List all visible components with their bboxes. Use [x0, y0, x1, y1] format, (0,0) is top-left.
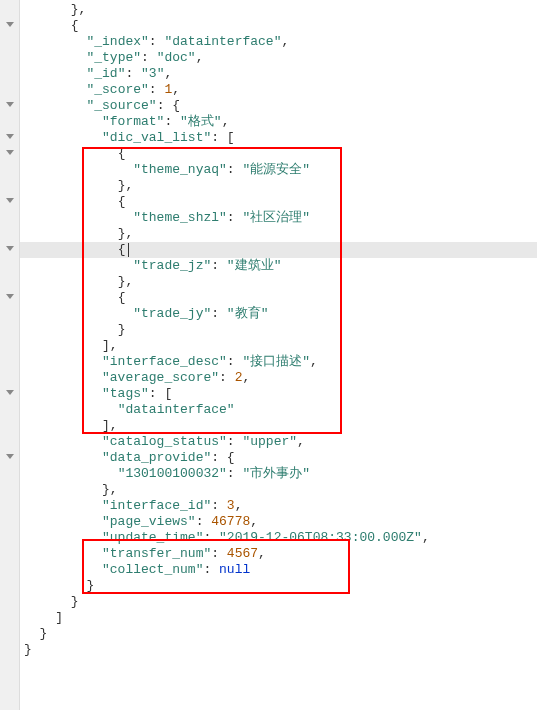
fold-handle[interactable]: [0, 480, 19, 496]
fold-handle[interactable]: [0, 32, 19, 48]
json-key: "_index": [86, 34, 148, 49]
code-line[interactable]: }: [20, 642, 537, 658]
fold-handle[interactable]: [0, 0, 19, 16]
code-line[interactable]: {: [20, 290, 537, 306]
json-value: {: [172, 98, 180, 113]
fold-handle[interactable]: [0, 304, 19, 320]
code-line[interactable]: "collect_num": null: [20, 562, 537, 578]
code-line[interactable]: "transfer_num": 4567,: [20, 546, 537, 562]
code-line[interactable]: "theme_nyaq": "能源安全": [20, 162, 537, 178]
code-line[interactable]: "data_provide": {: [20, 450, 537, 466]
fold-handle[interactable]: [0, 80, 19, 96]
fold-handle[interactable]: [0, 272, 19, 288]
json-key: "_id": [86, 66, 125, 81]
code-line[interactable]: }: [20, 578, 537, 594]
fold-handle[interactable]: [0, 224, 19, 240]
fold-handle[interactable]: [0, 368, 19, 384]
code-line[interactable]: "_type": "doc",: [20, 50, 537, 66]
code-line[interactable]: "_index": "datainterface",: [20, 34, 537, 50]
code-line[interactable]: }: [20, 322, 537, 338]
fold-handle[interactable]: [0, 576, 19, 592]
fold-handle[interactable]: [0, 592, 19, 608]
fold-handle[interactable]: [0, 16, 19, 32]
fold-handle[interactable]: [0, 432, 19, 448]
chevron-down-icon: [6, 22, 14, 27]
fold-handle[interactable]: [0, 192, 19, 208]
fold-handle[interactable]: [0, 176, 19, 192]
chevron-down-icon: [6, 246, 14, 251]
json-token: },: [102, 482, 118, 497]
code-line[interactable]: },: [20, 274, 537, 290]
fold-handle[interactable]: [0, 544, 19, 560]
code-line[interactable]: "130100100032": "市外事办": [20, 466, 537, 482]
code-line[interactable]: "theme_shzl": "社区治理": [20, 210, 537, 226]
code-line[interactable]: },: [20, 178, 537, 194]
fold-handle[interactable]: [0, 464, 19, 480]
fold-handle[interactable]: [0, 336, 19, 352]
json-token: }: [24, 642, 32, 657]
fold-handle[interactable]: [0, 416, 19, 432]
code-line[interactable]: "dic_val_list": [: [20, 130, 537, 146]
fold-handle[interactable]: [0, 560, 19, 576]
json-value: "教育": [227, 306, 269, 321]
json-key: "collect_num": [102, 562, 203, 577]
code-line[interactable]: "tags": [: [20, 386, 537, 402]
fold-handle[interactable]: [0, 112, 19, 128]
code-line[interactable]: "datainterface": [20, 402, 537, 418]
fold-handle[interactable]: [0, 160, 19, 176]
code-line[interactable]: },: [20, 482, 537, 498]
json-value: "datainterface": [164, 34, 281, 49]
fold-handle[interactable]: [0, 320, 19, 336]
fold-handle[interactable]: [0, 256, 19, 272]
json-token: },: [118, 226, 134, 241]
code-line[interactable]: {: [20, 146, 537, 162]
fold-handle[interactable]: [0, 512, 19, 528]
json-value: "upper": [242, 434, 297, 449]
code-line[interactable]: ],: [20, 418, 537, 434]
code-line[interactable]: {: [20, 242, 537, 258]
fold-handle[interactable]: [0, 208, 19, 224]
code-line[interactable]: "_score": 1,: [20, 82, 537, 98]
json-value: "能源安全": [242, 162, 310, 177]
json-token: },: [118, 178, 134, 193]
fold-handle[interactable]: [0, 48, 19, 64]
code-line[interactable]: ],: [20, 338, 537, 354]
code-line[interactable]: ]: [20, 610, 537, 626]
code-line[interactable]: {: [20, 194, 537, 210]
code-line[interactable]: }: [20, 626, 537, 642]
fold-handle[interactable]: [0, 64, 19, 80]
json-key: "theme_shzl": [133, 210, 227, 225]
json-key: "_score": [86, 82, 148, 97]
fold-handle[interactable]: [0, 240, 19, 256]
fold-handle[interactable]: [0, 640, 19, 656]
fold-handle[interactable]: [0, 352, 19, 368]
code-line[interactable]: },: [20, 2, 537, 18]
code-editor[interactable]: }, { "_index": "datainterface", "_type":…: [20, 0, 537, 660]
code-line[interactable]: "catalog_status": "upper",: [20, 434, 537, 450]
code-line[interactable]: "average_score": 2,: [20, 370, 537, 386]
code-line[interactable]: }: [20, 594, 537, 610]
fold-handle[interactable]: [0, 496, 19, 512]
code-line[interactable]: "interface_id": 3,: [20, 498, 537, 514]
code-line[interactable]: "_source": {: [20, 98, 537, 114]
fold-handle[interactable]: [0, 384, 19, 400]
code-line[interactable]: "format": "格式",: [20, 114, 537, 130]
code-line[interactable]: },: [20, 226, 537, 242]
fold-handle[interactable]: [0, 128, 19, 144]
code-line[interactable]: {: [20, 18, 537, 34]
code-line[interactable]: "update_time": "2019-12-06T08:33:00.000Z…: [20, 530, 537, 546]
json-value: 4567: [227, 546, 258, 561]
fold-handle[interactable]: [0, 96, 19, 112]
code-line[interactable]: "trade_jy": "教育": [20, 306, 537, 322]
fold-handle[interactable]: [0, 528, 19, 544]
code-line[interactable]: "_id": "3",: [20, 66, 537, 82]
fold-handle[interactable]: [0, 400, 19, 416]
fold-handle[interactable]: [0, 448, 19, 464]
code-line[interactable]: "interface_desc": "接口描述",: [20, 354, 537, 370]
code-line[interactable]: "trade_jz": "建筑业": [20, 258, 537, 274]
fold-handle[interactable]: [0, 624, 19, 640]
fold-handle[interactable]: [0, 608, 19, 624]
fold-handle[interactable]: [0, 144, 19, 160]
code-line[interactable]: "page_views": 46778,: [20, 514, 537, 530]
fold-handle[interactable]: [0, 288, 19, 304]
